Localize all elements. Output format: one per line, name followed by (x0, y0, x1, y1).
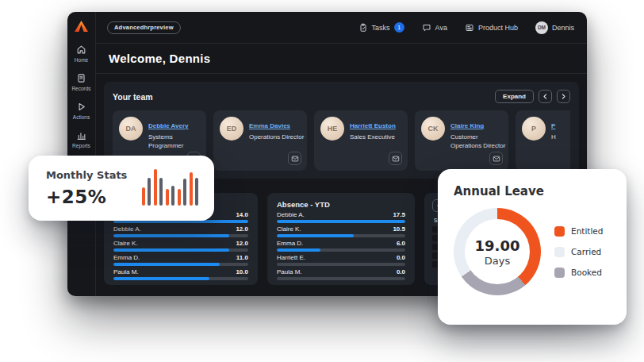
avatar: P (522, 117, 546, 141)
donut-center-unit: Days (485, 255, 510, 267)
chat-icon (422, 23, 431, 33)
product-hub-label: Product Hub (478, 24, 518, 32)
user-avatar: DM (535, 21, 548, 34)
bar (190, 172, 193, 206)
envelope-icon (291, 155, 299, 163)
ava-button[interactable]: Ava (422, 23, 447, 33)
monthly-stats-bar-chart (142, 169, 199, 207)
team-next-button[interactable] (557, 90, 570, 103)
chart-row: Paula M.10.0 (113, 268, 248, 280)
ava-label: Ava (435, 24, 447, 32)
records-icon (76, 73, 86, 83)
clipboard-icon (358, 23, 368, 33)
member-role: Systems Programmer (148, 133, 205, 151)
team-member-card[interactable]: CK Claire King Customer Operations Direc… (415, 110, 508, 171)
team-member-card[interactable]: HE Harriett Euston Sales Executive (314, 110, 408, 171)
bar (178, 189, 181, 206)
annual-leave-title: Annual Leave (454, 184, 611, 198)
legend-item: Entitled (554, 226, 603, 237)
bar (277, 220, 405, 223)
team-member-card[interactable]: ED Emma Davies Operations Director (213, 110, 307, 171)
member-role: Operations Director (249, 133, 306, 142)
chart-row: Emma D.6.0 (277, 240, 405, 252)
email-button[interactable] (288, 152, 301, 165)
chart-row: Claire K.12.0 (113, 240, 248, 252)
user-name: Dennis (552, 24, 574, 32)
newspaper-icon (465, 23, 474, 33)
team-member-card[interactable]: P P H (516, 110, 570, 171)
sidebar-item-label: Home (75, 57, 88, 63)
avatar: DA (119, 117, 143, 141)
chart-row: Emma D.11.0 (113, 254, 248, 266)
environment-badge: Advancedhrpreview (107, 21, 181, 34)
topbar: Advancedhrpreview Tasks 1 Ava Product Hu… (96, 12, 587, 44)
sidebar-item-label: Reports (72, 143, 90, 148)
team-prev-button[interactable] (539, 90, 552, 103)
avatar: HE (320, 117, 344, 141)
welcome-row: Welcome, Dennis (96, 44, 587, 74)
bar-chart-icon (76, 130, 86, 141)
chart-row: Paula M.0.0 (277, 268, 405, 280)
team-actions: Expand (495, 90, 570, 103)
expand-button[interactable]: Expand (495, 90, 534, 103)
bar (113, 263, 220, 266)
member-name-link[interactable]: Emma Davies (249, 122, 290, 129)
tasks-button[interactable]: Tasks 1 (358, 22, 404, 33)
legend-swatch (554, 226, 565, 237)
sidebar-item-reports[interactable]: Reports (67, 130, 95, 148)
annual-leave-legend: Entitled Carried Booked (554, 226, 603, 278)
avatar: CK (421, 117, 445, 141)
legend-swatch (554, 247, 565, 257)
envelope-icon (392, 155, 400, 163)
email-button[interactable] (389, 152, 402, 165)
monthly-stats-title: Monthly Stats (46, 169, 127, 181)
absence-ytd-chart-card: Absence - YTD Debbie A.17.5 Claire K.10.… (267, 193, 415, 285)
bar (166, 189, 169, 206)
legend-item: Carried (554, 247, 603, 257)
bar (171, 186, 174, 206)
legend-item: Booked (554, 268, 603, 278)
email-button[interactable] (489, 152, 503, 165)
sidebar-item-records[interactable]: Records (67, 73, 95, 91)
annual-leave-card: Annual Leave 19.00 Days Entitled Carried (438, 169, 627, 325)
bar (148, 178, 151, 206)
donut-center-value: 19.00 (475, 237, 520, 254)
member-role: H (551, 133, 570, 142)
sidebar: Home Records Actions Reports (67, 12, 96, 296)
annual-leave-donut-chart: 19.00 Days (454, 208, 541, 295)
bar (183, 179, 186, 206)
play-icon (76, 102, 86, 112)
member-role: Customer Operations Director (450, 133, 508, 151)
sidebar-item-home[interactable]: Home (67, 44, 95, 63)
topnav: Tasks 1 Ava Product Hub DM Dennis (358, 21, 574, 34)
bar (113, 234, 229, 237)
chevron-right-icon (560, 93, 567, 100)
avatar: ED (220, 117, 243, 141)
member-name-link[interactable]: Debbie Avery (148, 122, 189, 129)
member-role: Sales Executive (350, 133, 407, 142)
home-icon (76, 44, 86, 55)
member-name-link[interactable]: Harriett Euston (350, 122, 396, 129)
envelope-icon (493, 155, 500, 163)
chart-row: Debbie A.12.0 (113, 225, 248, 237)
monthly-stats-value: +25% (46, 187, 127, 207)
bar (277, 234, 354, 237)
sidebar-item-label: Records (71, 86, 90, 91)
sidebar-item-actions[interactable]: Actions (67, 102, 95, 120)
bar (195, 178, 198, 206)
user-menu[interactable]: DM Dennis (535, 21, 574, 34)
bar (142, 187, 145, 206)
tasks-label: Tasks (372, 24, 390, 32)
chart-title: Absence - YTD (277, 200, 405, 211)
legend-swatch (554, 268, 565, 278)
chart-row: Harriett E.0.0 (277, 254, 405, 266)
tasks-count-badge: 1 (394, 22, 404, 33)
member-name-link[interactable]: Claire King (450, 122, 484, 129)
product-hub-button[interactable]: Product Hub (465, 23, 518, 33)
bar (159, 178, 163, 206)
page-background: Home Records Actions Reports Advancedhrp… (0, 0, 644, 362)
sidebar-item-label: Actions (73, 114, 90, 120)
member-name-link[interactable]: P (551, 122, 555, 129)
chart-row: Claire K.10.5 (277, 225, 405, 237)
bar (277, 248, 320, 252)
